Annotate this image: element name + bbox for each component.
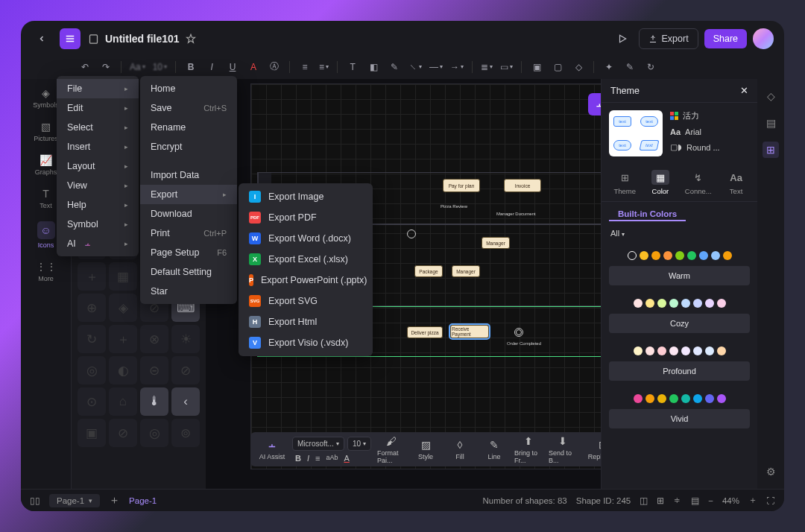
file-menu-encrypt[interactable]: Encrypt (140, 137, 237, 156)
task[interactable]: Deliver pizza (407, 326, 443, 338)
rail-eyedropper[interactable]: ◇ (763, 88, 779, 104)
zoom-in[interactable]: ＋ (748, 495, 757, 506)
font-family-select[interactable]: Microsoft...▾ (292, 437, 344, 451)
palette-icon[interactable]: ＋ (78, 262, 106, 291)
underline-tool[interactable]: U (224, 60, 242, 75)
task[interactable]: Package (414, 265, 443, 277)
tool-undo[interactable]: ↶ (76, 60, 94, 75)
fill-tool[interactable]: ◊Fill (446, 438, 474, 460)
grid-icon[interactable]: ⊞ (657, 495, 664, 506)
menu-item-edit[interactable]: Edit▸ (57, 98, 139, 118)
italic-tool[interactable]: I (203, 60, 221, 75)
color-swatch[interactable] (723, 251, 732, 260)
file-menu-default-setting[interactable]: Default Setting (140, 262, 237, 282)
section-builtin[interactable]: Built-in Colors (609, 202, 686, 221)
palette-icon[interactable]: ▦ (109, 262, 137, 291)
palette-icon[interactable]: ◐ (109, 356, 137, 384)
theme-preview[interactable]: text text text text (609, 110, 663, 156)
color-swatch[interactable] (681, 394, 690, 403)
line-weight-tool[interactable]: —▾ (427, 60, 445, 75)
send-back[interactable]: ⬇Send to B... (549, 434, 577, 464)
file-menu-print[interactable]: PrintCtrl+P (140, 224, 237, 243)
color-swatch[interactable] (693, 346, 702, 355)
file-menu-import-data[interactable]: Import Data (140, 162, 237, 185)
export-export-powerpoint-pptx-[interactable]: PExport PowerPoint (.pptx) (239, 270, 373, 291)
palette-icon[interactable]: ⊙ (78, 387, 106, 416)
add-page[interactable]: ＋ (109, 493, 120, 507)
page-selector[interactable]: Page-1▾ (49, 494, 100, 507)
rail-apps[interactable]: ⊞ (763, 142, 779, 158)
rail-layers[interactable]: ▤ (763, 115, 779, 131)
swatch-group-cozy[interactable]: Cozy (602, 290, 757, 338)
fullscreen-icon[interactable]: ⛶ (766, 496, 775, 505)
ruler-icon[interactable]: ▤ (691, 495, 699, 506)
export-button[interactable]: Export (639, 28, 698, 49)
file-menu-export[interactable]: Export▸ (140, 185, 237, 204)
share-button[interactable]: Share (704, 29, 747, 48)
align-tool[interactable]: ≡ (296, 60, 314, 75)
tool-redo[interactable]: ↷ (97, 60, 115, 75)
style-tool[interactable]: ▨Style (411, 438, 440, 460)
swatch-group-warm[interactable]: Warm (602, 242, 757, 290)
lock-tool[interactable]: ◇ (569, 60, 587, 75)
event-end[interactable] (514, 328, 523, 337)
palette-icon[interactable]: ◎ (140, 419, 168, 447)
text-tool[interactable]: T (344, 60, 362, 75)
task[interactable]: Pay for plan (443, 179, 480, 192)
task[interactable]: Invoice (504, 179, 541, 192)
bring-front[interactable]: ⬆Bring to Fr... (514, 434, 543, 464)
event[interactable] (407, 229, 416, 238)
pages-icon[interactable]: ▯▯ (30, 495, 40, 506)
align-tool[interactable]: ≡ (315, 454, 320, 463)
refresh-tool[interactable]: ↻ (642, 60, 660, 75)
color-swatch[interactable] (711, 251, 720, 260)
back-button[interactable] (31, 28, 52, 49)
rail-more[interactable]: ⋮⋮More (21, 257, 71, 286)
line-tool[interactable]: ✎Line (480, 438, 508, 460)
swatch-group-profound[interactable]: Profound (602, 338, 757, 385)
zoom-level[interactable]: 44% (722, 496, 739, 505)
palette-icon[interactable]: ↻ (78, 325, 106, 353)
menu-item-symbol[interactable]: Symbol▸ (57, 215, 139, 234)
align-objects-tool[interactable]: ▭▾ (498, 60, 515, 75)
highlight-tool[interactable]: Ⓐ (265, 60, 283, 75)
menu-item-ai[interactable]: AI⫠▸ (57, 234, 139, 253)
color-swatch[interactable] (634, 346, 643, 355)
file-menu-home[interactable]: Home (140, 79, 237, 98)
palette-icon[interactable]: ⊘ (109, 419, 137, 447)
color-swatch[interactable] (640, 251, 648, 260)
color-swatch[interactable] (657, 394, 666, 403)
color-swatch[interactable] (634, 394, 643, 403)
color-swatch[interactable] (645, 299, 654, 308)
color-swatch[interactable] (681, 299, 690, 308)
palette-icon[interactable]: ⊘ (171, 356, 200, 384)
task-selected[interactable]: Receive Payment (450, 325, 489, 338)
page-tab[interactable]: Page-1 (129, 496, 157, 505)
font-size-select[interactable]: 10▾ (347, 437, 371, 451)
file-menu-rename[interactable]: Rename (140, 118, 237, 137)
menu-item-insert[interactable]: Insert▸ (57, 137, 139, 156)
color-swatch[interactable] (705, 299, 714, 308)
font-size-select[interactable]: 10▾ (151, 60, 169, 75)
menu-item-file[interactable]: File▸ (57, 79, 139, 98)
tab-text[interactable]: AaText (727, 170, 745, 195)
filter-all[interactable]: All ▾ (602, 221, 757, 242)
arrow-tool[interactable]: →▾ (448, 60, 466, 75)
line-style-tool[interactable]: ⟍▾ (406, 60, 424, 75)
rail-settings[interactable]: ⚙ (763, 463, 779, 480)
palette-icon[interactable]: ＋ (109, 325, 137, 353)
menu-item-layout[interactable]: Layout▸ (57, 156, 139, 176)
file-menu-star[interactable]: Star (140, 282, 237, 301)
export-export-html[interactable]: HExport Html (239, 311, 373, 332)
ungroup-tool[interactable]: ▢ (549, 60, 566, 75)
bold-tool[interactable]: B (295, 454, 301, 463)
palette-icon[interactable]: 🌡 (140, 387, 168, 416)
palette-icon[interactable]: ⊕ (78, 294, 106, 322)
color-swatch[interactable] (717, 394, 726, 403)
color-swatch[interactable] (645, 394, 654, 403)
color-swatch[interactable] (645, 346, 654, 355)
tab-connector[interactable]: ↯Conne... (685, 170, 712, 195)
export-export-word-docx-[interactable]: WExport Word (.docx) (239, 228, 373, 249)
color-swatch[interactable] (693, 299, 702, 308)
avatar[interactable] (753, 28, 774, 49)
